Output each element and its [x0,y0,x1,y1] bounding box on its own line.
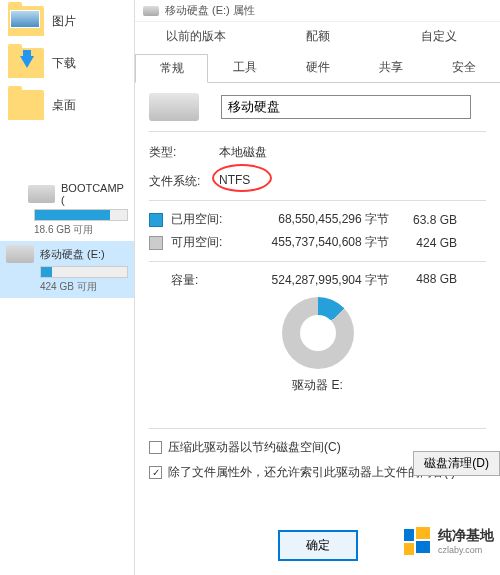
folder-label: 下载 [52,55,76,72]
tab-row-lower: 常规 工具 硬件 共享 安全 [135,53,500,83]
drive-item-bootcamp[interactable]: BOOTCAMP ( 18.6 GB 可用 [0,178,134,241]
used-label: 已用空间: [171,211,239,228]
sidebar-item-pictures[interactable]: 图片 [0,0,134,42]
watermark-subtext: czlaby.com [438,545,494,555]
capacity-label: 容量: [171,272,239,289]
tab-tools[interactable]: 工具 [208,53,281,82]
drive-name: 移动硬盘 (E:) [40,247,105,262]
used-swatch-icon [149,213,163,227]
drive-icon [143,6,159,16]
index-label: 除了文件属性外，还允许索引此驱动器上文件的内容(I) [168,464,455,481]
drive-subtext: 424 GB 可用 [40,280,128,294]
folder-icon [8,90,44,120]
sidebar-item-desktop[interactable]: 桌面 [0,84,134,126]
usage-pie-chart [282,297,354,369]
free-human: 424 GB [389,236,457,250]
watermark-logo-icon [404,527,432,555]
tab-previous-versions[interactable]: 以前的版本 [135,22,257,51]
tab-general-content: 类型: 本地磁盘 文件系统: NTFS 已用空间: 68,550,455,296… [135,83,500,481]
folder-label: 桌面 [52,97,76,114]
used-human: 63.8 GB [389,213,457,227]
drive-icon [6,245,34,263]
folder-label: 图片 [52,13,76,30]
sidebar-item-downloads[interactable]: 下载 [0,42,134,84]
tab-security[interactable]: 安全 [427,53,500,82]
compress-checkbox[interactable] [149,441,162,454]
tab-general[interactable]: 常规 [135,54,208,83]
type-value: 本地磁盘 [219,144,267,161]
dialog-title-text: 移动硬盘 (E:) 属性 [165,3,255,18]
drive-subtext: 18.6 GB 可用 [34,223,128,237]
free-bytes: 455,737,540,608 字节 [239,234,389,251]
filesystem-value: NTFS [219,173,250,190]
disk-cleanup-button[interactable]: 磁盘清理(D) [413,451,500,476]
drive-name-input[interactable] [221,95,471,119]
tab-row-upper: 以前的版本 配额 自定义 [135,22,500,51]
drive-icon [28,185,55,203]
drive-usage-bar [34,209,128,221]
folder-icon [8,6,44,36]
capacity-human: 488 GB [389,272,457,289]
tab-quota[interactable]: 配额 [257,22,379,51]
drive-list: BOOTCAMP ( 18.6 GB 可用 移动硬盘 (E:) 424 GB 可… [0,178,134,298]
watermark: 纯净基地 czlaby.com [404,527,494,555]
dialog-titlebar: 移动硬盘 (E:) 属性 [135,0,500,22]
folder-icon [8,48,44,78]
capacity-bytes: 524,287,995,904 字节 [239,272,389,289]
drive-usage-bar [40,266,128,278]
tab-customize[interactable]: 自定义 [378,22,500,51]
drive-letter-label: 驱动器 E: [149,377,486,394]
properties-dialog: 移动硬盘 (E:) 属性 以前的版本 配额 自定义 常规 工具 硬件 共享 安全… [134,0,500,575]
compress-label: 压缩此驱动器以节约磁盘空间(C) [168,439,341,456]
tab-hardware[interactable]: 硬件 [281,53,354,82]
used-bytes: 68,550,455,296 字节 [239,211,389,228]
explorer-sidebar: 图片 下载 桌面 BOOTCAMP ( 18.6 GB 可用 移动硬盘 (E:)… [0,0,134,575]
filesystem-label: 文件系统: [149,173,219,190]
drive-icon [149,93,199,121]
tab-sharing[interactable]: 共享 [354,53,427,82]
watermark-text: 纯净基地 [438,527,494,545]
ok-button[interactable]: 确定 [278,530,358,561]
free-swatch-icon [149,236,163,250]
index-checkbox[interactable]: ✓ [149,466,162,479]
free-label: 可用空间: [171,234,239,251]
type-label: 类型: [149,144,219,161]
drive-name: BOOTCAMP ( [61,182,128,206]
drive-item-removable[interactable]: 移动硬盘 (E:) 424 GB 可用 [0,241,134,298]
